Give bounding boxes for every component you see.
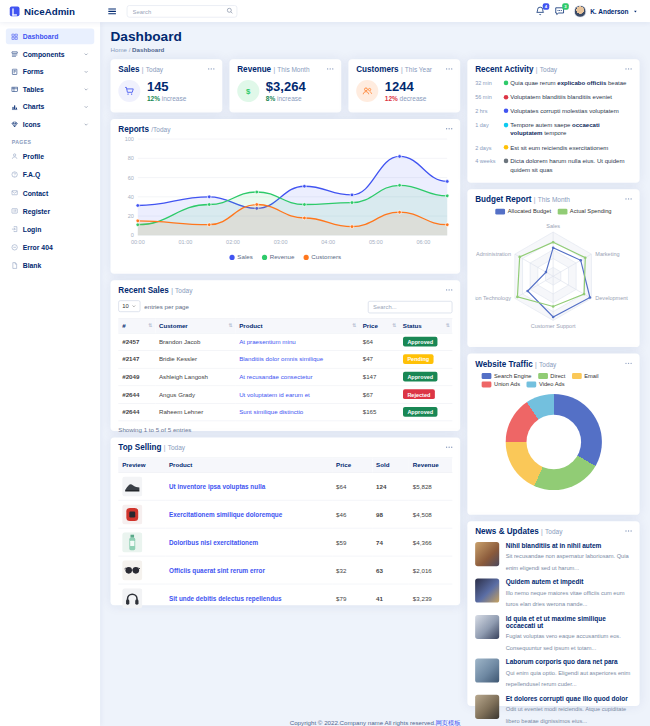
notifications-button[interactable]: 4 xyxy=(535,6,545,16)
sidebar-item-dashboard[interactable]: Dashboard xyxy=(6,29,94,45)
sidebar-item-faq[interactable]: F.A.Q xyxy=(6,166,94,182)
product-link[interactable]: Ut inventore ipsa voluptas nulla xyxy=(169,483,265,490)
card-options-icon[interactable] xyxy=(326,64,335,73)
column-header-sold[interactable]: Sold xyxy=(372,458,409,472)
sidebar-item-profile[interactable]: Profile xyxy=(6,148,94,164)
breadcrumb-home[interactable]: Home xyxy=(110,46,126,53)
card-options-icon[interactable] xyxy=(624,527,633,536)
table-search-input[interactable] xyxy=(368,301,453,313)
sidebar-item-label: Login xyxy=(23,225,42,233)
sidebar-item-blank[interactable]: Blank xyxy=(6,257,94,273)
news-title-link[interactable]: Et dolores corrupti quae illo quod dolor xyxy=(506,695,632,702)
sidebar-item-register[interactable]: Register xyxy=(6,203,94,219)
product-link[interactable]: Exercitationem similique doloremque xyxy=(169,511,282,518)
cart-icon xyxy=(118,80,140,102)
budget-radar-chart: SalesMarketingDevelopmentCustomer Suppor… xyxy=(475,214,632,338)
news-item: Laborum corporis quo dara net paraQui en… xyxy=(475,658,632,689)
news-title-link[interactable]: Nihil blanditiis at in nihil autem xyxy=(506,542,632,549)
sidebar-item-label: Contact xyxy=(23,189,48,197)
card-options-icon[interactable] xyxy=(624,64,633,73)
product-link[interactable]: Sit unde debitis delectus repellendus xyxy=(169,594,282,601)
sidebar-item-login[interactable]: Login xyxy=(6,221,94,237)
legend-item[interactable]: Revenue xyxy=(262,253,295,260)
column-header-customer[interactable]: Customer⇅ xyxy=(155,319,235,333)
sales-card: Sales | Today 145 12% increase xyxy=(110,59,222,112)
sold-count: 63 xyxy=(372,556,409,584)
search-input[interactable] xyxy=(127,5,237,17)
revenue: $3,239 xyxy=(409,584,452,612)
column-header-preview[interactable]: Preview xyxy=(118,458,165,472)
card-options-icon[interactable] xyxy=(624,359,633,368)
legend-item[interactable]: Search Engine xyxy=(482,372,532,379)
card-options-icon[interactable] xyxy=(624,194,633,203)
file-earmark-icon xyxy=(11,262,18,269)
card-options-icon[interactable] xyxy=(445,124,454,133)
sidebar-item-icons[interactable]: Icons xyxy=(6,116,94,132)
legend-item[interactable]: Direct xyxy=(538,372,565,379)
revenue: $5,828 xyxy=(409,472,452,500)
card-list-icon xyxy=(11,207,18,214)
chevron-down-icon xyxy=(131,304,136,309)
customer-name: Ashleigh Langosh xyxy=(155,368,235,386)
product-link[interactable]: Blanditiis dolor omnis similique xyxy=(239,356,323,363)
hamburger-icon[interactable] xyxy=(107,6,118,17)
sales-delta: 12% xyxy=(147,95,160,102)
profile-menu[interactable]: K. Anderson xyxy=(574,5,638,17)
sidebar-item-error404[interactable]: Error 404 xyxy=(6,239,94,255)
news-title-link[interactable]: Id quia et et ut maxime similique occaec… xyxy=(506,615,632,629)
legend-item[interactable]: Video Ads xyxy=(527,381,565,388)
card-title: Revenue xyxy=(237,65,271,74)
legend-item[interactable]: Email xyxy=(572,372,599,379)
card-options-icon[interactable] xyxy=(445,64,454,73)
order-id: #2644 xyxy=(118,385,155,403)
card-options-icon[interactable] xyxy=(445,285,454,294)
svg-text:Customer Support: Customer Support xyxy=(531,323,576,329)
recent-sales-card: Recent Sales | Today 10 entries per page… xyxy=(110,280,460,431)
footer-link[interactable]: 网页模板 xyxy=(436,719,461,726)
customers-delta-text: decrease xyxy=(400,95,427,102)
activity-text: Voluptatem blanditiis blanditiis eveniet xyxy=(510,93,612,101)
card-options-icon[interactable] xyxy=(445,443,454,452)
sidebar-item-components[interactable]: Components xyxy=(6,46,94,62)
column-header-price[interactable]: Price⇅ xyxy=(359,319,399,333)
sidebar-section-pages: PAGES xyxy=(12,139,95,145)
legend-label: Video Ads xyxy=(539,381,565,388)
card-title: Customers xyxy=(356,65,398,74)
legend-label: Email xyxy=(584,372,598,379)
revenue: $4,366 xyxy=(409,528,452,556)
table-row: Doloribus nisi exercitationem $59 74 $4,… xyxy=(118,528,452,556)
legend-item[interactable]: Customers xyxy=(303,253,341,260)
product-link[interactable]: Ut voluptatem id earum et xyxy=(239,391,310,398)
product-link[interactable]: Sunt similique distinctio xyxy=(239,408,303,415)
entries-per-page-select[interactable]: 10 xyxy=(118,300,140,312)
card-options-icon[interactable] xyxy=(207,64,216,73)
news-thumbnail xyxy=(475,542,499,566)
sidebar-item-charts[interactable]: Charts xyxy=(6,99,94,115)
legend-item[interactable]: Union Ads xyxy=(482,381,520,388)
activity-item: 32 min Quia quae rerum explicabo officii… xyxy=(475,79,632,93)
news-title-link[interactable]: Quidem autem et impedit xyxy=(506,579,632,586)
product-link[interactable]: Doloribus nisi exercitationem xyxy=(169,539,258,546)
messages-button[interactable]: 3 xyxy=(554,6,564,16)
legend-item[interactable]: Sales xyxy=(230,253,253,260)
product-link[interactable]: At praesentium minu xyxy=(239,338,296,345)
card-title: Budget Report xyxy=(475,195,531,204)
reports-card: Reports /Today 02040608010000:0001:0002:… xyxy=(110,119,460,274)
column-header-product[interactable]: Product⇅ xyxy=(235,319,359,333)
sidebar-item-contact[interactable]: Contact xyxy=(6,185,94,201)
product-link[interactable]: At recusandae consectetur xyxy=(239,373,312,380)
brand-logo[interactable]: NiceAdmin xyxy=(0,6,100,17)
sidebar-item-tables[interactable]: Tables xyxy=(6,81,94,97)
column-header-id[interactable]: #⇅ xyxy=(118,319,155,333)
order-id: #2049 xyxy=(118,368,155,386)
column-header-revenue[interactable]: Revenue xyxy=(409,458,452,472)
news-title-link[interactable]: Laborum corporis quo dara net para xyxy=(506,658,632,665)
column-header-product[interactable]: Product xyxy=(165,458,332,472)
search-icon[interactable] xyxy=(226,7,233,14)
column-header-status[interactable]: Status⇅ xyxy=(399,319,452,333)
activity-time: 32 min xyxy=(475,79,501,86)
product-link[interactable]: Officiis quaerat sint rerum error xyxy=(169,566,265,573)
column-header-price[interactable]: Price xyxy=(332,458,372,472)
sidebar-item-forms[interactable]: Forms xyxy=(6,64,94,80)
legend-swatch xyxy=(482,381,492,387)
